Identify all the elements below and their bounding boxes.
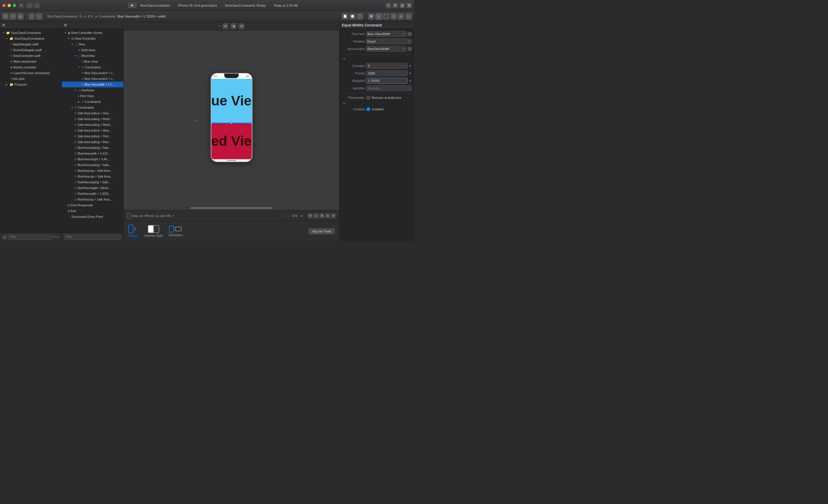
plus-button-1[interactable]: + — [342, 57, 346, 61]
relation-select[interactable]: Equal ▼ — [366, 39, 412, 44]
scene-item-1[interactable]: ▼ ⊡ View Controller — [62, 36, 123, 41]
sidebar-toggle[interactable]: ⏸ — [18, 3, 24, 8]
identity-inspector-icon[interactable]: 🆔 — [368, 13, 374, 19]
installed-checkbox[interactable]: ✓ — [367, 107, 370, 111]
runtime-inspector-icon[interactable]: ▷ — [405, 13, 412, 19]
vary-traits-button[interactable]: Vary for Traits — [309, 228, 335, 234]
tree-scenedelegate[interactable]: S SceneDelegate.swift — [0, 47, 61, 53]
breadcrumb-item-3[interactable]: B V...e — [88, 15, 97, 18]
connections-inspector-icon[interactable]: ⊡ — [390, 13, 397, 19]
second-item-select[interactable]: BlueView.Width ▼ — [366, 46, 407, 52]
scene-item-redconstraints[interactable]: ▶ ⊡ Constraints — [62, 99, 123, 104]
placeholder-checkbox[interactable] — [367, 96, 370, 99]
canvas-dot-icon[interactable] — [218, 25, 220, 27]
panel-icon[interactable]: ▤ — [400, 3, 405, 8]
scene-storyboard-entry[interactable]: → Storyboard Entry Point — [62, 214, 123, 220]
blue-view[interactable]: ue Vie — [211, 79, 252, 123]
c-red-width[interactable]: ⊡ RedView.width = 1.0026... — [62, 191, 123, 196]
multiplier-value-display[interactable]: 1.76203 — [366, 78, 408, 84]
add-file-icon[interactable]: + — [2, 235, 7, 239]
close-button[interactable] — [2, 4, 6, 7]
tree-infoplist[interactable]: ≡ Info.plist — [0, 76, 61, 82]
constraint-icon[interactable]: ⊞ — [331, 213, 336, 218]
quick-help-icon[interactable]: ? — [357, 13, 363, 19]
c-blue-top[interactable]: ⊡ BlueView.top = Safe Area... — [62, 168, 123, 174]
c-blue-width[interactable]: ⊡ BlueView.width = 0.415... — [62, 150, 123, 156]
run-button[interactable]: ▶ — [128, 3, 136, 8]
scene-item-safearea[interactable]: ⊡ Safe Area — [62, 47, 123, 53]
scene-constraint-2[interactable]: ⊡ Blue View.centerX = c... — [62, 76, 123, 82]
breadcrumb-item-2[interactable]: S...s — [79, 15, 86, 18]
filter-warning-icon[interactable]: ⚠ — [56, 235, 59, 239]
fullscreen-button[interactable] — [13, 4, 16, 7]
c-safe-bottom-red[interactable]: ⊡ Safe Area.bottom = Red... — [62, 110, 123, 116]
c-blue-height[interactable]: ⊡ BlueView.height = 0.44... — [62, 156, 123, 162]
breadcrumb-item-4[interactable]: Constraints — [99, 15, 116, 18]
embed-icon[interactable]: ⊟ — [325, 213, 330, 218]
tree-products[interactable]: ▶ 📁 Products — [0, 82, 61, 87]
c-red-height[interactable]: ⊡ RedView.height = BlueV... — [62, 185, 123, 191]
nav-buttons[interactable]: ‹ › — [27, 3, 40, 8]
split-icon[interactable]: ⇄ — [393, 3, 398, 8]
tree-mainstoryboard[interactable]: ⊞ Main.storyboard — [0, 59, 61, 64]
forward-button[interactable]: › — [34, 3, 40, 8]
inspector-icon[interactable]: ⊞ — [407, 3, 412, 8]
center-handle[interactable] — [230, 122, 233, 124]
scene-item-view[interactable]: ▼ ▢ View — [62, 41, 123, 47]
fit-icon[interactable]: ⊞ — [307, 213, 313, 218]
c-safe-trailing-blue[interactable]: ⊡ Safe Area.trailing = Blue... — [62, 139, 123, 145]
red-view[interactable]: ed Vie — [211, 123, 252, 159]
distribute-icon[interactable]: ⊠ — [319, 213, 324, 218]
size-inspector-icon[interactable]: ⬛ — [383, 13, 389, 19]
c-safe-trailing-redv1[interactable]: ⊡ Safe Area.trailing = RedV... — [62, 116, 123, 122]
c-safe-bottom-blue[interactable]: ⊡ Safe Area.bottom = Blue... — [62, 128, 123, 133]
bindings-inspector-icon[interactable]: ⊕ — [398, 13, 404, 19]
filter-recent-icon[interactable]: ⟳ — [53, 235, 56, 239]
plus-icon[interactable]: + — [386, 3, 391, 8]
first-item-more-icon[interactable]: ⊡ — [408, 32, 412, 36]
tree-root[interactable]: ▼ 📁 SizeClassConstraints — [0, 30, 61, 36]
editor-toggle[interactable]: ✎ — [10, 13, 16, 19]
c-red-top[interactable]: ⊡ RedView.top = Safe Area... — [62, 196, 123, 202]
scene-item-constraints-outer[interactable]: ▼ ⊡ Constraints — [62, 104, 123, 110]
scene-item-blueconstraints[interactable]: ▼ ⊡ Constraints — [62, 64, 123, 70]
traffic-lights[interactable] — [2, 4, 16, 7]
scene-item-0[interactable]: ▼ ◼ View Controller Scene — [62, 30, 123, 36]
second-item-more-icon[interactable]: ⊡ — [408, 47, 412, 51]
forward-nav[interactable]: › — [36, 13, 42, 19]
device-option[interactable]: ▲ ▼ Device — [128, 225, 138, 238]
orientation-option[interactable]: Orientation — [168, 226, 182, 237]
tree-appdelegate[interactable]: S AppDelegate.swift — [0, 41, 61, 47]
project-filter-input[interactable] — [8, 234, 52, 240]
plus-button-2[interactable]: + — [342, 101, 346, 106]
scene-constraint-1[interactable]: ⊡ Blue View.centerY = c... — [62, 70, 123, 76]
view-as-selector[interactable]: View as: iPhone 11 (wC hR) ▼ — [127, 213, 174, 218]
breadcrumb-item-1[interactable]: SizeClassConstraints — [47, 15, 77, 18]
zoom-in-button[interactable]: + — [299, 213, 304, 218]
scene-item-redview[interactable]: ▼ ▢ RedView — [62, 87, 123, 93]
scene-filter-input[interactable] — [64, 234, 121, 240]
c-blue-leading[interactable]: ⊡ BlueView.leading = Safe... — [62, 145, 123, 150]
history-icon[interactable]: 🕐 — [349, 13, 356, 19]
zoom-out-button[interactable]: − — [285, 213, 290, 218]
scene-constraint-3[interactable]: ⊡ Blue View.width = 1.7... — [62, 82, 123, 87]
first-item-select[interactable]: Blue View.Width ▼ — [366, 31, 407, 37]
minimize-button[interactable] — [7, 4, 11, 7]
interface-style-option[interactable]: Interface Style — [144, 225, 163, 237]
tree-group[interactable]: ▼ 📁 SizeClassConstraints — [0, 36, 61, 41]
tree-launchscreen[interactable]: ⊞ LaunchScreen.storyboard — [0, 70, 61, 76]
right-handle[interactable] — [251, 122, 252, 124]
c-blue-top2[interactable]: ⊡ BlueView.top = Safe Area... — [62, 174, 123, 179]
scene-first-responder[interactable]: ⊡ First Responder — [62, 202, 123, 208]
tree-assets[interactable]: ◈ Assets.xcassets — [0, 64, 61, 70]
scene-item-redviewlabel[interactable]: L Red View — [62, 93, 123, 99]
back-button[interactable]: ‹ — [27, 3, 33, 8]
align-icon[interactable]: ⊡ — [314, 213, 319, 218]
scheme-selector[interactable]: ⚙ — [2, 13, 9, 19]
canvas-btn-2[interactable]: ◑ — [231, 23, 236, 29]
c-blue-leading2[interactable]: ⊡ BlueView.leading = Safe... — [62, 162, 123, 168]
tree-viewcontroller[interactable]: S ViewController.swift — [0, 53, 61, 59]
canvas-btn-3[interactable]: ⊟ — [239, 23, 244, 29]
identifier-input[interactable] — [366, 85, 412, 91]
file-inspector-icon[interactable]: 📄 — [342, 13, 348, 19]
